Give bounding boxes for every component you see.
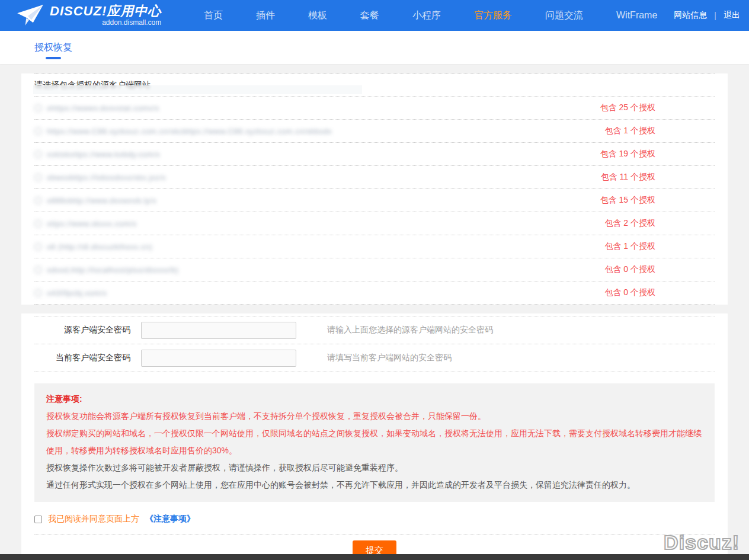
censored-site-option[interactable]: xhttps://wwwv.dxxvstat.comv/x — [34, 104, 159, 113]
nav-item-1[interactable]: 首页 — [187, 9, 239, 22]
auth-count-label: 包含 1 个授权 — [604, 241, 715, 252]
masked-site-url: xdxxd,http://localhost/plus/dixxxx/b) — [47, 265, 178, 274]
nav-item-6[interactable]: 官方服务 — [457, 9, 529, 22]
masked-site-url: x888xbttp://www.dxxwxxb.ly/x — [47, 196, 156, 205]
list-title: 请选择包含授权的源客户端网站 — [34, 73, 715, 97]
field-row: 当前客户端安全密码请填写当前客户端网站的安全密码 — [34, 344, 715, 372]
radio-icon[interactable] — [34, 174, 42, 181]
logo-title: DISCUZ!应用中心 — [50, 4, 161, 18]
site-row[interactable]: xhttps://wwwv.dxxvstat.comv/x包含 25 个授权 — [34, 97, 715, 120]
censored-site-option[interactable]: x430fpcbj.xom/x — [34, 289, 107, 297]
top-header: DISCUZ!应用中心 addon.dismall.com 首页插件模板套餐小程… — [0, 0, 749, 31]
masked-site-url: xbwxxbttps://txbxxdxxx/xkx.jxx/x — [47, 173, 166, 182]
tab-bar: 授权恢复 — [0, 31, 749, 64]
nav-item-7[interactable]: 问题交流 — [529, 9, 600, 22]
notice-terms-link[interactable]: 《注意事项》 — [145, 514, 195, 524]
paper-plane-icon — [17, 4, 44, 27]
footer-bar — [0, 554, 749, 560]
agreement-checkbox[interactable] — [34, 516, 42, 523]
header-divider: | — [714, 11, 716, 20]
radio-icon[interactable] — [34, 127, 42, 135]
censor-overlay — [33, 85, 362, 94]
auth-count-label: 包含 2 个授权 — [604, 218, 715, 229]
notice-title: 注意事项: — [46, 391, 703, 408]
masked-site-url: xsktxkxttps://www.kxbdy.com/x — [47, 150, 160, 159]
site-row[interactable]: x8 (http://dl.discuzkthxxx.cn)包含 1 个授权 — [34, 235, 715, 258]
auth-count-label: 包含 0 个授权 — [604, 264, 715, 275]
censored-site-option[interactable]: x888xbttp://www.dxxwxxb.ly/x — [34, 196, 156, 205]
agreement-row: 我已阅读并同意页面上方 《注意事项》 — [34, 514, 715, 535]
site-row[interactable]: https://www.C88.xyzkxuz.com.cn/xkcbttps:… — [34, 120, 715, 143]
radio-icon[interactable] — [34, 197, 42, 204]
nav-item-2[interactable]: 插件 — [239, 9, 292, 22]
field-label: 当前客户端安全密码 — [34, 353, 130, 363]
password-form-card: 源客户端安全密码请输入上面您选择的源客户端网站的安全密码当前客户端安全密码请填写… — [21, 313, 728, 560]
discuz-watermark: Discuz! — [664, 531, 740, 554]
site-row[interactable]: xbwxxbttps://txbxxdxxx/xkx.jxx/x包含 11 个授… — [34, 166, 715, 189]
auth-count-label: 包含 1 个授权 — [604, 126, 715, 136]
auth-count-label: 包含 11 个授权 — [601, 172, 715, 183]
nav-item-3[interactable]: 模板 — [292, 9, 344, 22]
site-row[interactable]: x430fpcbj.xom/x包含 0 个授权 — [34, 281, 715, 305]
site-row[interactable]: xsktxkxttps://www.kxbdy.com/x包含 19 个授权 — [34, 143, 715, 166]
logout-link[interactable]: 退出 — [724, 10, 740, 21]
masked-site-url: https://www.C88.xyzkxuz.com.cn/xkcbttps:… — [47, 127, 332, 136]
field-hint: 请输入上面您选择的源客户端网站的安全密码 — [327, 325, 493, 335]
auth-count-label: 包含 19 个授权 — [600, 149, 715, 159]
auth-count-label: 包含 25 个授权 — [600, 103, 715, 113]
site-info-link[interactable]: 网站信息 — [674, 10, 707, 21]
radio-icon[interactable] — [34, 151, 42, 158]
password-input[interactable] — [141, 322, 296, 339]
agreement-label[interactable]: 我已阅读并同意页面上方 — [48, 514, 139, 524]
field-row: 源客户端安全密码请输入上面您选择的源客户端网站的安全密码 — [34, 316, 715, 344]
password-form: 源客户端安全密码请输入上面您选择的源客户端网站的安全密码当前客户端安全密码请填写… — [34, 316, 715, 372]
notice-line: 授权绑定购买的网站和域名，一个授权仅限一个网站使用，仅限同域名的站点之间恢复授权… — [46, 425, 703, 459]
nav-item-8[interactable]: WitFrame — [600, 10, 674, 21]
nav-item-5[interactable]: 小程序 — [396, 9, 457, 22]
logo[interactable]: DISCUZ!应用中心 addon.dismall.com — [17, 4, 165, 27]
site-row[interactable]: x888xbttp://www.dxxwxxb.ly/x包含 15 个授权 — [34, 189, 715, 212]
tab-auth-restore[interactable]: 授权恢复 — [34, 31, 72, 64]
radio-icon[interactable] — [34, 243, 42, 251]
radio-icon[interactable] — [34, 289, 42, 297]
source-site-card: 请选择包含授权的源客户端网站 xhttps://wwwv.dxxvstat.co… — [21, 73, 728, 305]
active-tab-underline — [46, 57, 61, 59]
notice-box: 注意事项: 授权恢复功能会将源客户端所有授权恢复到当前客户端，不支持拆分单个授权… — [34, 383, 715, 502]
auth-count-label: 包含 0 个授权 — [604, 287, 715, 298]
censored-site-option[interactable]: xsktxkxttps://www.kxbdy.com/x — [34, 150, 160, 159]
nav-item-4[interactable]: 套餐 — [344, 9, 396, 22]
page: DISCUZ!应用中心 addon.dismall.com 首页插件模板套餐小程… — [0, 0, 749, 560]
header-right: 网站信息 | 退出 — [674, 10, 740, 21]
masked-site-url: x430fpcbj.xom/x — [47, 289, 107, 297]
notice-line: 授权恢复功能会将源客户端所有授权恢复到当前客户端，不支持拆分单个授权恢复，重复授… — [46, 408, 703, 425]
auth-count-label: 包含 15 个授权 — [600, 195, 715, 206]
censored-site-option[interactable]: xttps://www.xkxxx.com/x — [34, 219, 137, 228]
main-nav: 首页插件模板套餐小程序官方服务问题交流WitFrame — [187, 9, 674, 22]
notice-line: 授权恢复操作次数过多将可能被开发者屏蔽授权，请谨慎操作，获取授权后尽可能避免重装… — [46, 459, 703, 476]
notice-line: 通过任何形式实现一个授权在多个网站上使用，您在应用中心的账号会被封禁，不再允许下… — [46, 476, 703, 494]
site-row[interactable]: xdxxd,http://localhost/plus/dixxxx/b)包含 … — [34, 258, 715, 281]
field-label: 源客户端安全密码 — [34, 325, 130, 335]
radio-icon[interactable] — [34, 220, 42, 228]
site-list: xhttps://wwwv.dxxvstat.comv/x包含 25 个授权ht… — [34, 97, 715, 305]
radio-icon[interactable] — [34, 104, 42, 112]
masked-site-url: xttps://www.xkxxx.com/x — [47, 219, 137, 228]
radio-icon[interactable] — [34, 266, 42, 274]
masked-site-url: xhttps://wwwv.dxxvstat.comv/x — [47, 104, 159, 113]
censored-site-option[interactable]: xbwxxbttps://txbxxdxxx/xkx.jxx/x — [34, 173, 166, 182]
logo-subtitle: addon.dismall.com — [102, 18, 161, 27]
censored-site-option[interactable]: https://www.C88.xyzkxuz.com.cn/xkcbttps:… — [34, 127, 332, 136]
field-hint: 请填写当前客户端网站的安全密码 — [327, 353, 452, 363]
password-input[interactable] — [141, 350, 296, 367]
site-row[interactable]: xttps://www.xkxxx.com/x包含 2 个授权 — [34, 212, 715, 235]
censored-site-option[interactable]: x8 (http://dl.discuzkthxxx.cn) — [34, 242, 152, 251]
tab-label: 授权恢复 — [34, 41, 72, 54]
masked-site-url: x8 (http://dl.discuzkthxxx.cn) — [47, 242, 152, 251]
censored-site-option[interactable]: xdxxd,http://localhost/plus/dixxxx/b) — [34, 265, 178, 274]
